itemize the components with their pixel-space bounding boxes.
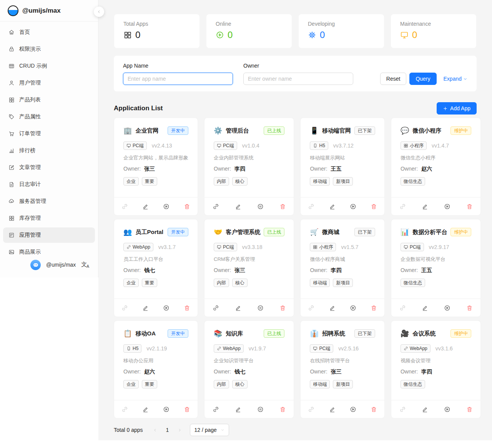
owner-name: 李四	[421, 368, 432, 375]
edit-icon[interactable]	[322, 400, 342, 418]
delete-icon[interactable]	[458, 299, 480, 317]
open-link-icon[interactable]	[204, 299, 227, 317]
owner-name: 王五	[421, 267, 432, 273]
menu-item-label: 权限演示	[19, 46, 41, 53]
owner-input[interactable]	[243, 73, 353, 85]
app-description: 微信生态小程序	[401, 154, 471, 161]
app-tag: 微信生态	[401, 177, 425, 186]
play-circle-icon[interactable]	[156, 299, 177, 317]
menu-item-label: 应用管理	[19, 232, 41, 239]
app-card: 🎥 会议系统 维护中 WebApp vv3.1.6 视频会议管理 Owner: …	[391, 320, 481, 418]
sidebar-menu-item[interactable]: 文章管理	[3, 160, 95, 175]
add-app-button[interactable]: Add App	[437, 102, 477, 114]
app-tags: 企业重要	[123, 279, 188, 287]
edit-icon[interactable]	[227, 299, 249, 317]
play-circle-icon[interactable]	[156, 400, 177, 418]
owner-label: Owner:	[401, 267, 418, 273]
open-link-icon[interactable]	[204, 400, 227, 418]
current-page[interactable]: 1	[161, 424, 174, 436]
delete-icon[interactable]	[458, 197, 480, 215]
open-link-icon[interactable]	[204, 197, 227, 215]
sidebar-menu-item[interactable]: 产品列表	[3, 92, 95, 108]
sidebar-menu-item[interactable]: 库存管理	[3, 211, 95, 226]
sidebar-menu-item[interactable]: 应用管理	[3, 227, 95, 243]
home-icon	[8, 29, 15, 35]
reset-button[interactable]: Reset	[380, 73, 407, 85]
status-badge: 维护中	[450, 228, 471, 236]
next-page-button[interactable]	[174, 424, 186, 436]
owner-name: 张三	[331, 368, 341, 375]
open-link-icon[interactable]	[301, 197, 321, 215]
play-circle-icon[interactable]	[436, 400, 458, 418]
app-description: 移动办公应用	[123, 357, 188, 364]
delete-icon[interactable]	[458, 400, 480, 418]
app-version: vv2.5.16	[338, 345, 359, 352]
pause-circle-icon[interactable]	[249, 197, 271, 215]
edit-icon[interactable]	[227, 400, 249, 418]
edit-icon[interactable]	[135, 299, 156, 317]
edit-icon[interactable]	[135, 400, 156, 418]
open-link-icon[interactable]	[391, 197, 414, 215]
open-link-icon[interactable]	[114, 400, 135, 418]
delete-icon[interactable]	[364, 197, 384, 215]
edit-icon[interactable]	[414, 400, 436, 418]
sidebar-menu-item[interactable]: 排行榜	[3, 143, 95, 158]
play-circle-icon[interactable]	[342, 197, 363, 215]
appstore-icon	[123, 31, 132, 39]
pause-circle-icon[interactable]	[249, 299, 271, 317]
sidebar-menu-item[interactable]: 权限演示	[3, 41, 95, 57]
app-name: 数据分析平台	[412, 229, 447, 236]
sidebar-menu-item[interactable]: 服务器管理	[3, 194, 95, 209]
sidebar-menu-item[interactable]: 用户管理	[3, 75, 95, 91]
app-description: 在线招聘管理平台	[310, 357, 375, 364]
delete-icon[interactable]	[364, 400, 384, 418]
open-link-icon[interactable]	[114, 299, 135, 317]
expand-toggle[interactable]: Expand	[444, 76, 467, 82]
pause-circle-icon[interactable]	[249, 400, 271, 418]
sidebar-menu-item[interactable]: 订单管理	[3, 126, 95, 141]
page-size-select[interactable]: 12 / page	[190, 424, 229, 436]
status-badge: 已下架	[354, 228, 375, 236]
play-circle-icon[interactable]	[342, 400, 363, 418]
edit-icon[interactable]	[322, 197, 342, 215]
app-name-input[interactable]	[123, 73, 233, 85]
play-circle-icon[interactable]	[342, 299, 363, 317]
query-button[interactable]: Query	[409, 73, 436, 85]
card-actions	[301, 400, 384, 418]
play-circle-icon[interactable]	[156, 197, 177, 215]
app-card-grid: 🏢 企业官网 开发中 PC端 vv2.4.13 企业官方网站，展示品牌形象 Ow…	[114, 118, 477, 418]
open-link-icon[interactable]	[301, 299, 321, 317]
sidebar-menu-item[interactable]: CRUD 示例	[3, 58, 95, 74]
open-link-icon[interactable]	[114, 197, 135, 215]
delete-icon[interactable]	[271, 197, 294, 215]
prev-page-button[interactable]	[149, 424, 161, 436]
delete-icon[interactable]	[271, 299, 294, 317]
play-circle-icon[interactable]	[436, 197, 458, 215]
open-link-icon[interactable]	[301, 400, 321, 418]
delete-icon[interactable]	[177, 197, 198, 215]
edit-icon[interactable]	[227, 197, 249, 215]
user-avatar[interactable]	[30, 260, 41, 270]
delete-icon[interactable]	[364, 299, 384, 317]
owner-name: 王五	[331, 166, 341, 172]
edit-icon[interactable]	[414, 299, 436, 317]
menu-item-label: 首页	[19, 29, 30, 36]
edit-icon[interactable]	[414, 197, 436, 215]
edit-icon[interactable]	[322, 299, 342, 317]
sidebar-menu-item[interactable]: 产品属性	[3, 109, 95, 124]
delete-icon[interactable]	[271, 400, 294, 418]
app-version: vv3.7.12	[333, 143, 354, 149]
edit-icon[interactable]	[135, 197, 156, 215]
translate-icon[interactable]: 文A	[81, 261, 89, 269]
delete-icon[interactable]	[177, 299, 198, 317]
app-description: 微信小程序商城	[310, 256, 375, 263]
sidebar-collapse-button[interactable]	[94, 7, 104, 17]
sidebar-menu-item[interactable]: 日志审计	[3, 177, 95, 192]
list-header: Application List Add App	[114, 102, 477, 114]
menu-item-label: 用户管理	[19, 80, 41, 86]
sidebar-menu-item[interactable]: 首页	[3, 25, 95, 40]
play-circle-icon[interactable]	[436, 299, 458, 317]
delete-icon[interactable]	[177, 400, 198, 418]
open-link-icon[interactable]	[391, 299, 414, 317]
open-link-icon[interactable]	[391, 400, 414, 418]
